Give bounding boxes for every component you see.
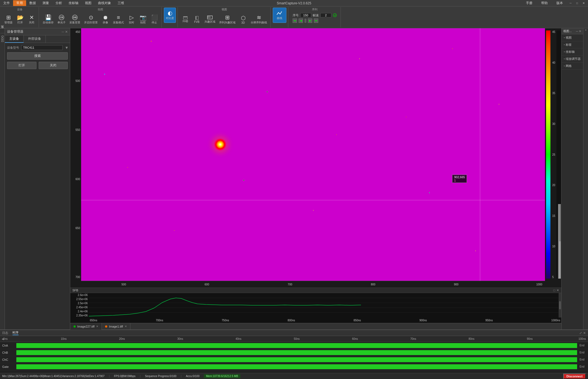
close-button[interactable]: ✕ [581,1,586,5]
sfb-x-650: 650ns [90,319,97,322]
view-option-view[interactable]: 视图 [562,34,583,41]
sfb-minimize[interactable]: □ [553,288,555,292]
single-photon-button[interactable]: CB 单光子 [56,12,67,27]
help-menu[interactable]: 帮助 [538,0,551,6]
timeline-tab-log[interactable]: 日志 [2,331,8,335]
right-panel-title: 视图... [563,29,572,33]
device-panel-minimize[interactable]: ─ [62,30,64,34]
open-scan-bg-icon: ⊙ [89,15,93,20]
collect-mode-button[interactable]: ≡ 采集模式 [111,12,125,27]
prev-button[interactable]: ◀ [299,19,303,23]
image-background[interactable]: 902,665 1 [81,28,545,281]
auto-save-label: 自动保存 [43,21,54,24]
right-panel-minimize[interactable]: ─ [576,29,578,33]
view-option-label[interactable]: 标签 [562,41,583,48]
measure-menu[interactable]: 测量 [39,0,52,6]
analysis-menu[interactable]: 分析 [52,0,65,6]
common-menu[interactable]: 常用 [13,0,26,6]
realtime-button[interactable]: ▷ 实时 [126,12,137,27]
right-panel-header: 视图... ─ ✕ [562,28,583,34]
disconnect-button[interactable]: Disconnect [563,374,586,379]
sfb-scrollbar[interactable] [559,293,561,318]
image1-tab[interactable]: Image1.tiff ✕ [102,323,130,330]
sfb-panel: SFB □ ✕ 2.6e+06 2.55e+06 2.5e+06 2.45e+0… [70,288,561,323]
contrast-button[interactable]: ◐ 对比度 [164,8,176,23]
right-panel-close[interactable]: ✕ [579,29,581,33]
split-series-button[interactable]: ≋ 分辨序列曲线 [249,12,269,27]
channel-label-cha: ChA [0,344,16,347]
sfb-header: SFB □ ✕ [70,288,561,293]
prev-prev-button[interactable]: ⏮ [293,19,297,23]
3d-menu[interactable]: 三维 [114,0,127,6]
next-button[interactable]: ▶ [308,19,312,23]
open-device-button[interactable]: 打开 [7,62,36,69]
channel-bar-area-gate[interactable] [16,364,577,369]
series-roi-button[interactable]: ⊞ 序列兴趣区域 [218,12,237,27]
far-right-tab[interactable]: ≡ [584,27,588,33]
left-tab-ddg[interactable]: DDG [0,33,5,44]
open-scan-bg-button[interactable]: ⊙ 开启扫背景 [82,12,99,27]
version-menu[interactable]: 版本 [553,0,566,6]
record-button[interactable]: ⏺ 录像 [100,12,111,27]
view-menu[interactable]: 视图 [82,0,95,6]
curve-group: 曲线 [271,7,288,27]
collect-bg-button[interactable]: DB 采集背景 [68,12,82,27]
stop-button[interactable]: ⬛ 停止 [149,12,160,27]
view-option-axis[interactable]: 坐标轴 [562,48,583,56]
timeline-close[interactable]: ✕ [583,331,586,335]
contrast-icon: ◐ [168,10,172,16]
external-device-tab[interactable]: 外部设备 [24,35,46,43]
view-option-grid[interactable]: 网格 [562,63,583,70]
colorbar [546,30,550,279]
sfb-scrollbar-thumb[interactable] [559,301,561,309]
image1-tab-label: Image1.tiff [109,325,123,328]
next-next-button[interactable]: ⏭ [314,19,318,23]
device-type-input[interactable] [21,45,63,50]
sfb-chart[interactable]: 2.6e+06 2.55e+06 2.5e+06 2.45e+06 2.4e+0… [70,293,561,323]
sfb-y-max: 2.6e+06 [71,294,88,297]
fhb-button[interactable]: FHB [180,12,191,27]
3d-button[interactable]: ⬡ 3D [238,12,249,27]
manual-menu[interactable]: 手册 [523,0,536,6]
image227-tab-close[interactable]: ✕ [96,325,98,328]
fhb-icon [183,16,188,19]
image227-tab[interactable]: Image227.tiff ✕ [70,323,102,330]
restore-button[interactable]: □ [575,1,579,5]
left-tab-capture[interactable]: 采集 [0,28,5,33]
timeline-expand[interactable]: ⤢ [579,331,582,335]
view-option-zoom[interactable]: 缩放调节器 [562,56,583,63]
app-title: SmartCapture-V2.0.625 [277,1,311,5]
manager-button[interactable]: ⊞ 管理器 [3,12,14,27]
auto-save-button[interactable]: 💾 自动保存 [41,12,55,27]
close-file-button[interactable]: ✕ 关闭 [26,12,37,27]
close-device-button[interactable]: 关闭 [39,62,68,69]
noise-dot-6 [127,167,128,168]
device-type-arrow[interactable]: ▼ [65,45,69,50]
main-device-tab[interactable]: 主设备 [5,35,24,43]
data-menu[interactable]: 数据 [26,0,39,6]
curve-button[interactable]: 曲线 [273,8,286,23]
capture-button[interactable]: 📷 拍照 [137,12,148,27]
sequence-number-input[interactable] [300,13,311,17]
minimize-button[interactable]: ─ [568,1,573,5]
frame-number-input[interactable] [320,13,331,17]
channel-bar-area-cha[interactable] [16,343,577,348]
series-roi-icon: ⊞ [225,15,230,20]
roi-button[interactable]: 兴趣区域 [203,12,217,27]
image1-tab-close[interactable]: ✕ [125,325,127,328]
fvb-button[interactable]: FVB [191,12,202,27]
channel-bar-chc [16,357,577,362]
sfb-close[interactable]: ✕ [556,288,559,292]
device-panel-close[interactable]: ✕ [65,30,68,34]
open-button[interactable]: 📂 打开 [15,12,26,27]
curve-obj-menu[interactable]: 曲线对象 [95,0,114,6]
axis-menu[interactable]: 坐标轴 [65,0,82,6]
ruler-90ns: 90ns [527,337,533,340]
channel-bar-area-chc[interactable] [16,357,577,362]
timeline-tab-sequence[interactable]: 时序 [13,331,19,335]
channel-bar-area-chb[interactable] [16,350,577,355]
search-button[interactable]: 搜索 [7,52,68,60]
file-menu[interactable]: 文件 [0,0,13,6]
ruler-40ns: 40ns [235,337,241,340]
cb-label-35: 35 [552,92,555,95]
